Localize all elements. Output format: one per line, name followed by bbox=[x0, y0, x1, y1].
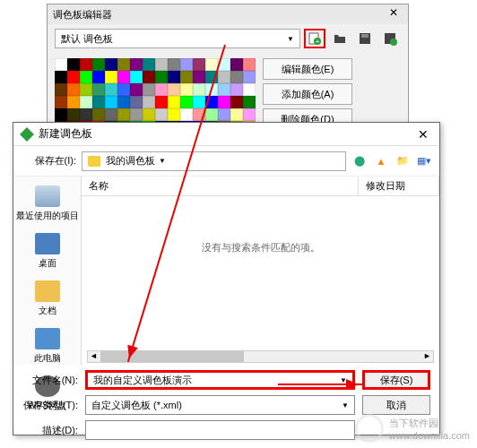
palette-color-cell[interactable] bbox=[117, 83, 130, 96]
palette-color-cell[interactable] bbox=[230, 96, 243, 108]
edit-color-button[interactable]: 编辑颜色(E) bbox=[263, 58, 352, 80]
palette-color-cell[interactable] bbox=[193, 108, 205, 121]
column-date[interactable]: 修改日期 bbox=[359, 177, 439, 195]
palette-color-cell[interactable] bbox=[67, 96, 80, 108]
palette-color-cell[interactable] bbox=[92, 83, 105, 96]
palette-color-cell[interactable] bbox=[67, 83, 80, 96]
palette-color-cell[interactable] bbox=[67, 58, 80, 71]
palette-color-cell[interactable] bbox=[80, 108, 92, 121]
palette-color-cell[interactable] bbox=[180, 96, 193, 108]
sidebar-item-desktop[interactable]: 桌面 bbox=[13, 228, 81, 275]
palette-color-cell[interactable] bbox=[155, 83, 168, 96]
back-icon[interactable]: ⬤ bbox=[351, 153, 368, 169]
palette-color-cell[interactable] bbox=[105, 58, 117, 71]
filename-input[interactable]: 我的自定义调色板演示 ▼ bbox=[85, 370, 355, 390]
palette-color-cell[interactable] bbox=[168, 96, 180, 108]
palette-color-cell[interactable] bbox=[243, 108, 256, 121]
view-icon[interactable]: ▦▾ bbox=[416, 153, 432, 169]
palette-color-cell[interactable] bbox=[55, 96, 67, 108]
palette-color-cell[interactable] bbox=[205, 58, 218, 71]
palette-color-cell[interactable] bbox=[155, 108, 168, 121]
palette-color-cell[interactable] bbox=[117, 71, 130, 83]
palette-color-cell[interactable] bbox=[130, 71, 143, 83]
sidebar-item-documents[interactable]: 文档 bbox=[13, 275, 81, 323]
palette-color-cell[interactable] bbox=[80, 83, 92, 96]
palette-color-cell[interactable] bbox=[143, 96, 155, 108]
save-location-dropdown[interactable]: 我的调色板 ▼ bbox=[82, 151, 346, 171]
new-palette-icon[interactable]: + bbox=[304, 29, 325, 48]
palette-color-cell[interactable] bbox=[218, 83, 230, 96]
palette-color-cell[interactable] bbox=[92, 58, 105, 71]
palette-color-cell[interactable] bbox=[230, 58, 243, 71]
palette-color-cell[interactable] bbox=[243, 71, 256, 83]
palette-color-cell[interactable] bbox=[205, 96, 218, 108]
palette-color-cell[interactable] bbox=[205, 71, 218, 83]
open-icon[interactable] bbox=[329, 29, 351, 48]
palette-color-cell[interactable] bbox=[143, 58, 155, 71]
palette-color-cell[interactable] bbox=[55, 108, 67, 121]
palette-color-cell[interactable] bbox=[218, 96, 230, 108]
palette-color-cell[interactable] bbox=[105, 71, 117, 83]
scrollbar-thumb[interactable] bbox=[100, 351, 244, 362]
palette-color-cell[interactable] bbox=[243, 83, 256, 96]
palette-color-cell[interactable] bbox=[180, 58, 193, 71]
palette-color-cell[interactable] bbox=[92, 71, 105, 83]
palette-color-cell[interactable] bbox=[193, 71, 205, 83]
palette-color-cell[interactable] bbox=[218, 71, 230, 83]
palette-color-cell[interactable] bbox=[130, 58, 143, 71]
palette-color-cell[interactable] bbox=[193, 83, 205, 96]
close-icon[interactable]: ✕ bbox=[385, 6, 403, 22]
palette-color-cell[interactable] bbox=[180, 108, 193, 121]
palette-color-cell[interactable] bbox=[80, 96, 92, 108]
scroll-left-icon[interactable]: ◄ bbox=[90, 351, 98, 360]
palette-color-cell[interactable] bbox=[180, 71, 193, 83]
palette-color-cell[interactable] bbox=[92, 96, 105, 108]
cancel-button[interactable]: 取消 bbox=[362, 395, 430, 415]
palette-color-cell[interactable] bbox=[92, 108, 105, 121]
palette-color-cell[interactable] bbox=[218, 58, 230, 71]
horizontal-scrollbar[interactable]: ◄ ► bbox=[87, 350, 434, 363]
palette-color-cell[interactable] bbox=[230, 83, 243, 96]
palette-color-cell[interactable] bbox=[243, 58, 256, 71]
palette-color-cell[interactable] bbox=[130, 83, 143, 96]
palette-color-cell[interactable] bbox=[55, 83, 67, 96]
palette-color-cell[interactable] bbox=[155, 58, 168, 71]
palette-color-cell[interactable] bbox=[105, 83, 117, 96]
new-folder-icon[interactable]: 📁 bbox=[395, 153, 411, 169]
add-color-button[interactable]: 添加颜色(A) bbox=[263, 83, 352, 105]
palette-color-cell[interactable] bbox=[180, 83, 193, 96]
palette-color-cell[interactable] bbox=[193, 96, 205, 108]
palette-color-cell[interactable] bbox=[55, 58, 67, 71]
up-icon[interactable]: ▲ bbox=[373, 153, 389, 169]
scroll-right-icon[interactable]: ► bbox=[423, 351, 431, 360]
palette-color-cell[interactable] bbox=[143, 71, 155, 83]
save-icon[interactable] bbox=[354, 29, 376, 48]
palette-color-cell[interactable] bbox=[117, 58, 130, 71]
filetype-dropdown[interactable]: 自定义调色板 (*.xml) ▼ bbox=[85, 395, 355, 415]
palette-color-cell[interactable] bbox=[130, 108, 143, 121]
palette-color-cell[interactable] bbox=[117, 108, 130, 121]
add-icon[interactable] bbox=[379, 29, 401, 48]
sidebar-item-recent[interactable]: 最近使用的项目 bbox=[13, 180, 81, 228]
palette-select-dropdown[interactable]: 默认 调色板 ▼ bbox=[55, 29, 300, 48]
palette-color-cell[interactable] bbox=[105, 96, 117, 108]
palette-color-cell[interactable] bbox=[168, 58, 180, 71]
palette-color-cell[interactable] bbox=[168, 71, 180, 83]
palette-color-cell[interactable] bbox=[117, 96, 130, 108]
palette-color-cell[interactable] bbox=[67, 71, 80, 83]
palette-color-cell[interactable] bbox=[193, 58, 205, 71]
sidebar-item-thispc[interactable]: 此电脑 bbox=[13, 323, 81, 370]
column-name[interactable]: 名称 bbox=[82, 177, 359, 195]
palette-color-cell[interactable] bbox=[230, 71, 243, 83]
palette-color-cell[interactable] bbox=[67, 108, 80, 121]
palette-color-cell[interactable] bbox=[80, 58, 92, 71]
palette-color-cell[interactable] bbox=[130, 96, 143, 108]
palette-color-cell[interactable] bbox=[168, 108, 180, 121]
description-input[interactable] bbox=[85, 420, 355, 440]
save-button[interactable]: 保存(S) bbox=[362, 370, 430, 390]
palette-color-cell[interactable] bbox=[143, 83, 155, 96]
palette-color-cell[interactable] bbox=[155, 71, 168, 83]
palette-color-cell[interactable] bbox=[105, 108, 117, 121]
palette-color-cell[interactable] bbox=[80, 71, 92, 83]
palette-color-cell[interactable] bbox=[55, 71, 67, 83]
